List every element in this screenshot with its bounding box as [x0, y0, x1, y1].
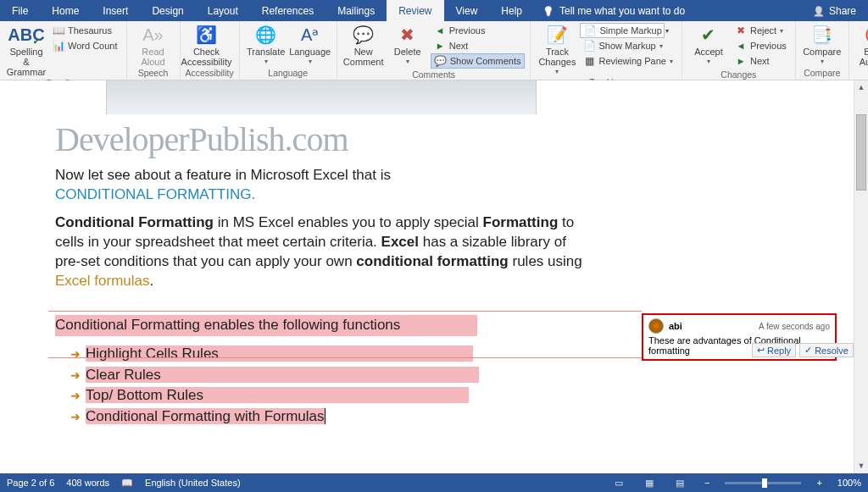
- reviewing-pane-icon: ▦: [583, 55, 595, 67]
- reject-button[interactable]: ✖Reject: [732, 23, 790, 38]
- page-indicator[interactable]: Page 2 of 6: [7, 478, 54, 488]
- zoom-out-button[interactable]: −: [701, 478, 713, 488]
- title-bar: File Home Insert Design Layout Reference…: [0, 0, 868, 21]
- read-mode-view[interactable]: ▭: [609, 476, 628, 489]
- list-item: Highlight Cells Rules: [70, 345, 589, 364]
- reply-button[interactable]: ↩Reply: [752, 343, 796, 357]
- show-markup-icon: 📄: [583, 40, 595, 52]
- tab-design[interactable]: Design: [140, 0, 195, 21]
- thesaurus-button[interactable]: 📖Thesaurus: [49, 23, 121, 38]
- tab-file[interactable]: File: [0, 0, 40, 21]
- p1-b1: Conditional Formatting: [55, 214, 214, 230]
- delete-comment-icon: ✖: [396, 25, 420, 45]
- next-icon: ▸: [434, 40, 446, 52]
- language-button[interactable]: Aᵃ Language: [289, 23, 331, 66]
- list-item-4: Conditional Formatting with Formulas: [86, 408, 326, 424]
- zoom-slider[interactable]: [725, 482, 801, 484]
- tab-view[interactable]: View: [444, 0, 490, 21]
- tab-layout[interactable]: Layout: [196, 0, 250, 21]
- previous-comment-button[interactable]: ◂Previous: [431, 23, 526, 38]
- zoom-in-button[interactable]: +: [813, 478, 825, 488]
- vertical-scrollbar[interactable]: ▲ ▼: [854, 80, 868, 473]
- wordcount-icon: 📊: [53, 40, 64, 52]
- status-bar: Page 2 of 6 408 words 📖 English (United …: [0, 473, 868, 492]
- delete-comment-button[interactable]: ✖ Delete: [387, 23, 429, 66]
- read-aloud-label: Read Aloud: [141, 47, 164, 67]
- word-count-button[interactable]: 📊Word Count: [49, 38, 121, 53]
- translate-icon: 🌐: [254, 25, 278, 45]
- group-tracking: 📝 Track Changes 📄Simple Markup▾ 📄Show Ma…: [531, 21, 682, 80]
- previous-change-button[interactable]: ◂Previous: [732, 38, 790, 53]
- markup-mode-select[interactable]: 📄Simple Markup▾: [580, 23, 665, 38]
- p1-b2: Formatting: [483, 214, 559, 230]
- spell-check-icon[interactable]: 📖: [121, 478, 133, 489]
- reply-icon: ↩: [757, 345, 765, 356]
- excel-formulas-link[interactable]: Excel formulas: [55, 273, 149, 289]
- group-proofing: ABC Spelling & Grammar 📖Thesaurus 📊Word …: [0, 21, 127, 80]
- accessibility-label: Check Accessibility: [181, 47, 232, 67]
- lightbulb-icon: [542, 5, 554, 17]
- compare-button[interactable]: 📑 Compare: [801, 23, 843, 66]
- language-indicator[interactable]: English (United States): [145, 478, 241, 488]
- web-layout-view[interactable]: ▤: [670, 476, 689, 489]
- group-comments: 💬 New Comment ✖ Delete ◂Previous ▸Next 💬…: [337, 21, 531, 80]
- comment-time: A few seconds ago: [759, 322, 830, 331]
- track-changes-icon: 📝: [545, 25, 569, 45]
- intro-line-1: Now let see about a feature in Microsoft…: [55, 167, 391, 183]
- zoom-handle[interactable]: [762, 478, 767, 488]
- tab-home[interactable]: Home: [40, 0, 91, 21]
- feature-list: Highlight Cells Rules Clear Rules Top/ B…: [70, 345, 589, 428]
- thesaurus-icon: 📖: [53, 25, 64, 36]
- accept-button[interactable]: ✔ Accept: [687, 23, 730, 66]
- group-language: 🌐 Translate Aᵃ Language Language: [240, 21, 337, 80]
- resolve-button[interactable]: ✓Resolve: [799, 343, 854, 357]
- tab-insert[interactable]: Insert: [91, 0, 140, 21]
- list-item: Clear Rules: [70, 366, 589, 385]
- tab-mailings[interactable]: Mailings: [326, 0, 387, 21]
- share-button[interactable]: Share: [801, 0, 868, 21]
- document-area[interactable]: DeveloperPublish.com Now let see about a…: [0, 80, 642, 473]
- scroll-thumb[interactable]: [856, 114, 866, 191]
- spelling-grammar-button[interactable]: ABC Spelling & Grammar: [5, 23, 47, 77]
- word-count-indicator[interactable]: 408 words: [66, 478, 109, 488]
- translate-button[interactable]: 🌐 Translate: [245, 23, 287, 66]
- block-authors-icon: 🚫: [864, 25, 868, 45]
- show-comments-icon: 💬: [435, 55, 447, 67]
- group-label-language: Language: [245, 67, 331, 80]
- speaker-icon: A»: [142, 25, 165, 45]
- comment-actions: ↩Reply ✓Resolve: [752, 343, 854, 357]
- show-markup-button[interactable]: 📄Show Markup: [580, 38, 676, 53]
- spelling-icon: ABC: [14, 25, 38, 45]
- comments-column: abi A few seconds ago These are advantag…: [642, 80, 854, 473]
- zoom-level[interactable]: 100%: [837, 478, 861, 488]
- conditional-formatting-link[interactable]: CONDITIONAL FORMATTING.: [55, 186, 255, 202]
- scroll-up-arrow[interactable]: ▲: [854, 80, 868, 95]
- group-compare: 📑 Compare Compare: [796, 21, 849, 80]
- tell-me-search[interactable]: Tell me what you want to do: [534, 0, 693, 21]
- block-authors-button[interactable]: 🚫 Block Authors: [854, 23, 868, 76]
- next-comment-button[interactable]: ▸Next: [431, 38, 526, 53]
- next-change-icon: ▸: [735, 55, 747, 67]
- list-item: Top/ Bottom Rules: [70, 386, 589, 406]
- previous-icon: ◂: [434, 25, 446, 36]
- new-comment-button[interactable]: 💬 New Comment: [342, 23, 385, 67]
- tab-review[interactable]: Review: [387, 0, 443, 21]
- group-speech: A» Read Aloud Speech: [127, 21, 181, 80]
- next-change-button[interactable]: ▸Next: [732, 53, 790, 69]
- read-aloud-button[interactable]: A» Read Aloud: [132, 23, 175, 67]
- share-label: Share: [829, 5, 856, 17]
- tab-references[interactable]: References: [250, 0, 326, 21]
- track-changes-button[interactable]: 📝 Track Changes: [536, 23, 578, 76]
- group-label-speech: Speech: [132, 67, 175, 80]
- p1-b3: Excel: [381, 234, 419, 250]
- print-layout-view[interactable]: ▦: [640, 476, 659, 489]
- show-comments-button[interactable]: 💬Show Comments: [431, 53, 526, 69]
- reviewing-pane-button[interactable]: ▦Reviewing Pane: [580, 53, 676, 69]
- tab-help[interactable]: Help: [489, 0, 534, 21]
- check-accessibility-button[interactable]: ♿ Check Accessibility: [186, 23, 228, 67]
- new-comment-icon: 💬: [352, 25, 376, 45]
- scroll-down-arrow[interactable]: ▼: [854, 459, 868, 473]
- group-label-accessibility: Accessibility: [186, 67, 234, 80]
- resolve-icon: ✓: [804, 345, 812, 356]
- hero-image: [106, 80, 537, 114]
